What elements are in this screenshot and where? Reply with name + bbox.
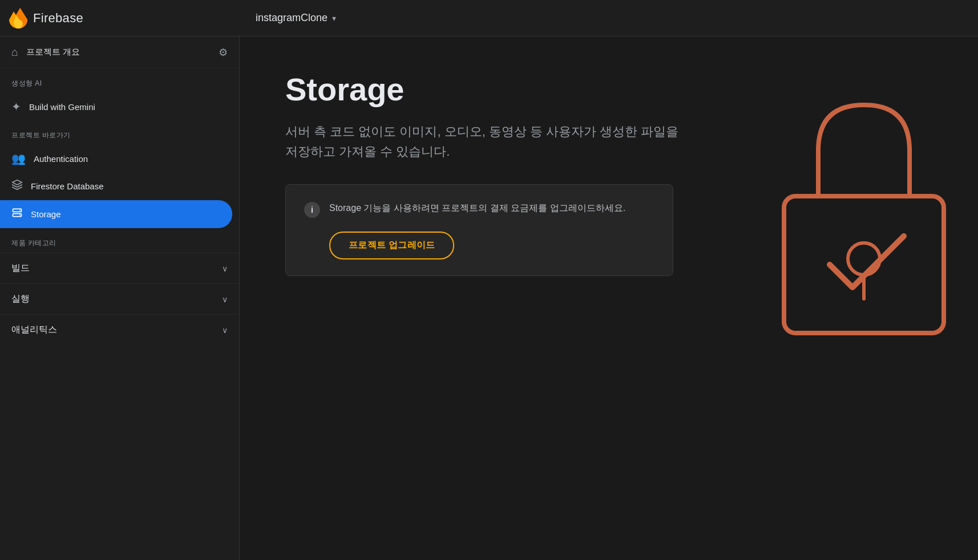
section-shortcuts-label: 프로젝트 바로가기	[0, 120, 239, 145]
info-message-text: Storage 기능을 사용하려면 프로젝트의 결제 요금제를 업그레이드하세요…	[329, 201, 625, 216]
sidebar-item-build-with-gemini[interactable]: ✦ Build with Gemini	[0, 93, 232, 120]
main-layout: ⌂ 프로젝트 개요 ⚙ 생성형 AI ✦ Build with Gemini 프…	[0, 36, 978, 560]
svg-point-5	[848, 243, 880, 275]
info-box: i Storage 기능을 사용하려면 프로젝트의 결제 요금제를 업그레이드하…	[285, 184, 673, 276]
gear-icon[interactable]: ⚙	[219, 46, 228, 59]
top-header: Firebase instagramClone ▾	[0, 0, 978, 36]
project-selector[interactable]: instagramClone ▾	[249, 9, 343, 27]
section-product-category-label: 제품 카테고리	[0, 228, 239, 253]
svg-point-3	[19, 214, 21, 216]
section-generative-ai-label: 생성형 AI	[0, 68, 239, 93]
info-message-row: i Storage 기능을 사용하려면 프로젝트의 결제 요금제를 업그레이드하…	[304, 201, 654, 218]
build-with-gemini-label: Build with Gemini	[29, 102, 95, 112]
firebase-logo: Firebase	[9, 8, 249, 29]
collapsible-analytics[interactable]: 애널리틱스 ∨	[0, 314, 239, 345]
storage-description: 서버 측 코드 없이도 이미지, 오디오, 동영상 등 사용자가 생성한 파일을…	[285, 121, 685, 161]
gemini-star-icon: ✦	[11, 100, 21, 113]
info-icon: i	[304, 202, 320, 218]
collapsible-build[interactable]: 빌드 ∨	[0, 253, 239, 283]
authentication-icon: 👥	[11, 152, 26, 165]
sidebar-item-storage[interactable]: Storage	[0, 200, 232, 228]
sidebar: ⌂ 프로젝트 개요 ⚙ 생성형 AI ✦ Build with Gemini 프…	[0, 36, 240, 560]
content-area: Storage 서버 측 코드 없이도 이미지, 오디오, 동영상 등 사용자가…	[240, 36, 978, 560]
sidebar-item-project-overview[interactable]: ⌂ 프로젝트 개요 ⚙	[0, 36, 239, 68]
build-label: 빌드	[11, 262, 30, 274]
run-label: 실행	[11, 293, 30, 305]
build-chevron-icon: ∨	[222, 264, 228, 273]
firestore-label: Firestore Database	[31, 181, 104, 191]
project-overview-left: ⌂ 프로젝트 개요	[11, 46, 80, 59]
svg-point-2	[19, 210, 21, 211]
sidebar-item-authentication[interactable]: 👥 Authentication	[0, 145, 232, 172]
project-chevron-icon: ▾	[332, 14, 336, 23]
storage-icon	[11, 207, 23, 221]
firebase-logo-text: Firebase	[33, 11, 83, 26]
svg-rect-4	[784, 196, 944, 333]
lock-illustration	[738, 59, 978, 401]
home-icon: ⌂	[11, 46, 18, 59]
project-name: instagramClone	[256, 12, 328, 24]
project-overview-label: 프로젝트 개요	[26, 47, 80, 58]
firebase-flame-icon	[9, 8, 27, 29]
upgrade-button[interactable]: 프로젝트 업그레이드	[329, 232, 454, 259]
authentication-label: Authentication	[34, 154, 88, 164]
sidebar-item-firestore[interactable]: Firestore Database	[0, 172, 232, 200]
run-chevron-icon: ∨	[222, 295, 228, 304]
collapsible-run[interactable]: 실행 ∨	[0, 283, 239, 314]
analytics-chevron-icon: ∨	[222, 326, 228, 335]
firestore-icon	[11, 179, 23, 193]
storage-label: Storage	[31, 209, 61, 219]
analytics-label: 애널리틱스	[11, 324, 57, 336]
